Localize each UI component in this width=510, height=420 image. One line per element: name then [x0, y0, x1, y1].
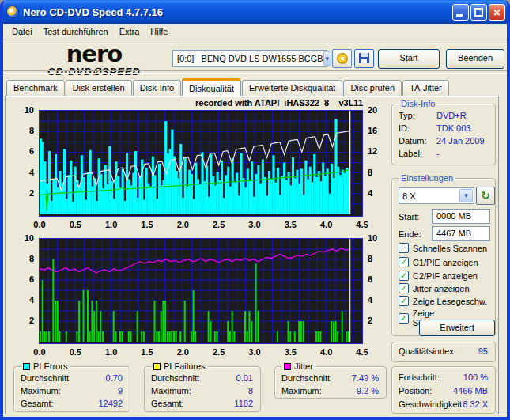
y-tick-label: 6 [366, 274, 387, 284]
quality-index-value: 95 [478, 346, 488, 356]
x-tick-label: 3.0 [244, 347, 265, 357]
disk-info-box: Disk-Info Typ:DVD+R ID:TDK 003 Datum:24 … [391, 104, 496, 165]
y-tick-label: 16 [366, 126, 387, 135]
speed-select[interactable]: 8 X ▼ [399, 187, 474, 204]
x-tick-label: 0.5 [65, 220, 85, 229]
eject-disc-icon [337, 53, 348, 64]
tab-disc-pruefen[interactable]: Disc prüfen [343, 80, 402, 96]
cd-dvd-speed-logo-text: CD·DVD∅SPEED [22, 66, 166, 77]
position-value: 4466 MB [453, 386, 488, 395]
y-tick-label: 20 [366, 105, 387, 115]
maximize-button[interactable] [470, 4, 487, 21]
y-tick-label: 4 [7, 295, 36, 305]
jitter-max-value: 9.2 % [357, 386, 379, 395]
pie-x-axis: 0.00.51.01.52.02.53.03.54.04.5 [39, 220, 363, 230]
pif-chart-plot [39, 238, 363, 344]
speed-label: Geschwindigkeit: [399, 399, 464, 409]
checkbox-icon [399, 243, 409, 253]
pif-x-axis: 0.00.51.01.52.02.53.03.54.04.5 [39, 347, 363, 358]
checkbox-c1-pie[interactable]: ✓C1/PIE anzeigen [399, 257, 478, 267]
id-value: TDK 003 [436, 123, 470, 133]
checkbox-jitter[interactable]: ✓Jitter anzeigen [399, 283, 470, 293]
checkbox-icon: ✓ [399, 271, 409, 281]
x-tick-label: 3.0 [244, 220, 265, 229]
menu-extra[interactable]: Extra [114, 25, 145, 38]
y-tick-label: 10 [366, 233, 387, 243]
chevron-down-icon[interactable]: ▼ [323, 51, 331, 66]
window-title: Nero CD-DVD Speed 4.7.7.16 [23, 6, 451, 18]
x-tick-label: 0.0 [29, 347, 50, 357]
x-tick-label: 2.5 [209, 220, 229, 229]
checkbox-icon: ✓ [399, 296, 409, 306]
close-button[interactable]: × [489, 4, 505, 21]
tab-disk-info[interactable]: Disk-Info [133, 80, 181, 96]
pi-failures-legend-icon [153, 363, 161, 370]
jitter-max-label: Maximum: [281, 386, 322, 395]
menu-datei[interactable]: Datei [6, 25, 38, 38]
y-tick-label: 4 [366, 188, 387, 198]
x-tick-label: 3.5 [280, 347, 300, 357]
y-tick-label: 4 [7, 168, 36, 177]
y-tick-label: 6 [7, 274, 36, 284]
x-tick-label: 0.0 [29, 220, 50, 229]
label-value: - [436, 149, 440, 158]
tab-diskqualitaet[interactable]: Diskqualität [182, 78, 241, 96]
label-label: Label: [399, 149, 422, 158]
title-bar: Nero CD-DVD Speed 4.7.7.16 × [0, 0, 510, 24]
app-icon[interactable] [6, 6, 19, 18]
pie-chart-block: 108642 20161284 0.00.51.01.52.02.53.03.5… [6, 110, 393, 244]
progress-label: Fortschritt: [399, 373, 440, 382]
y-tick-label: 6 [7, 146, 36, 156]
app-window: Nero CD-DVD Speed 4.7.7.16 × Datei Test … [0, 0, 510, 420]
checkbox-icon: ✓ [399, 313, 409, 324]
start-button[interactable]: Start [378, 49, 440, 69]
menu-test-durchfuehren[interactable]: Test durchführen [38, 25, 114, 38]
nero-logo-text: nero [22, 43, 166, 66]
end-mb-field[interactable]: 4467 MB [432, 226, 490, 241]
x-tick-label: 4.5 [352, 220, 372, 229]
y-tick-label: 10 [7, 233, 36, 243]
id-label: ID: [399, 123, 410, 133]
y-tick-label: 10 [7, 105, 36, 115]
y-tick-label: 8 [366, 168, 387, 177]
refresh-button[interactable]: ↻ [476, 187, 495, 205]
progress-value: 100 % [463, 373, 488, 382]
tab-disk-erstellen[interactable]: Disk erstellen [66, 80, 132, 96]
checkbox-icon: ✓ [399, 283, 409, 293]
datum-label: Datum: [399, 136, 426, 146]
checkbox-c2-pif[interactable]: ✓C2/PIF anzeigen [399, 271, 478, 281]
checkbox-icon: ✓ [399, 257, 409, 267]
x-tick-label: 0.5 [65, 347, 85, 357]
checkbox-lesegeschw[interactable]: ✓Zeige Lesegeschw. [399, 296, 487, 306]
tab-ta-jitter[interactable]: TA-Jitter [402, 80, 449, 96]
quit-button[interactable]: Beenden [446, 49, 504, 69]
advanced-button[interactable]: Erweitert [419, 320, 495, 336]
x-tick-label: 2.0 [172, 347, 193, 357]
pi-errors-box: PI Errors Durchschnitt0.70 Maximum:9 Ges… [13, 366, 130, 412]
y-tick-label: 8 [7, 126, 36, 135]
pie-total-label: Gesamt: [21, 399, 54, 408]
save-icon [359, 53, 369, 63]
pie-avg-label: Durchschnitt [21, 373, 69, 383]
tab-benchmark[interactable]: Benchmark [6, 80, 65, 96]
minimize-button[interactable] [452, 4, 469, 21]
maximize-icon [474, 8, 483, 17]
tab-erweiterte-diskqualitaet[interactable]: Erweiterte Diskqualität [242, 80, 342, 96]
progress-box: Fortschritt:100 % Position:4466 MB Gesch… [391, 366, 496, 414]
chevron-down-icon[interactable]: ▼ [459, 189, 473, 202]
start-mb-field[interactable]: 0000 MB [432, 209, 490, 224]
checkbox-schnelles-scannen[interactable]: Schnelles Scannen [399, 243, 487, 253]
eject-button[interactable] [332, 49, 352, 68]
menu-hilfe[interactable]: Hilfe [145, 25, 173, 38]
settings-box: Einstellungen 8 X ▼ ↻ Start: 0000 MB End… [391, 178, 496, 336]
drive-select[interactable]: [0:0] BENQ DVD LS DW1655 BCGB ▼ [172, 50, 327, 67]
x-tick-label: 3.5 [280, 220, 300, 229]
y-tick-label: 8 [366, 254, 387, 263]
save-button[interactable] [354, 49, 374, 68]
typ-label: Typ: [399, 111, 415, 120]
pif-total-label: Gesamt: [151, 399, 184, 408]
pif-chart-block: 108642 108642 0.00.51.01.52.02.53.03.54.… [6, 238, 393, 373]
pif-total-value: 1182 [234, 399, 253, 408]
pie-chart-plot [39, 110, 363, 217]
drive-select-value: [0:0] BENQ DVD LS DW1655 BCGB [173, 54, 323, 63]
